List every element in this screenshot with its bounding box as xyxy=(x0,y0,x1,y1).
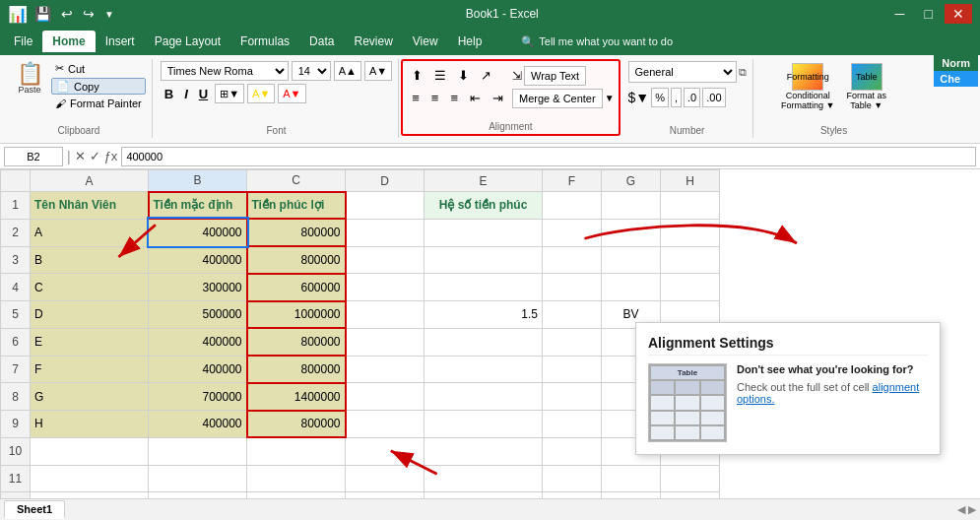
cell-B7[interactable]: 400000 xyxy=(149,356,247,383)
cell-H4[interactable] xyxy=(661,274,720,301)
cell-F5[interactable] xyxy=(543,301,602,329)
border-button[interactable]: ⊞▼ xyxy=(215,84,244,103)
popup-link[interactable]: alignment options. xyxy=(737,381,919,405)
cell-H1[interactable] xyxy=(661,192,720,220)
col-header-G[interactable]: G xyxy=(602,170,661,192)
col-header-A[interactable]: A xyxy=(31,170,149,192)
font-increase-button[interactable]: A▲ xyxy=(334,61,361,81)
number-format-select[interactable]: General xyxy=(628,61,737,83)
cancel-formula-icon[interactable]: ✕ xyxy=(75,149,86,163)
wrap-text-button[interactable]: Wrap Text xyxy=(524,66,586,86)
cell-D1[interactable] xyxy=(346,192,425,220)
col-header-B[interactable]: B xyxy=(149,170,247,192)
decrease-decimal-button[interactable]: .00 xyxy=(702,88,725,107)
merge-center-button[interactable]: Merge & Center xyxy=(512,89,603,108)
cell-F1[interactable] xyxy=(543,192,602,220)
cell-reference-input[interactable]: B2 xyxy=(4,147,63,166)
cell-A7[interactable]: F xyxy=(31,356,149,383)
align-middle-button[interactable]: ☰ xyxy=(429,65,451,86)
cell-A8[interactable]: G xyxy=(31,383,149,411)
cell-B2[interactable]: 400000 xyxy=(149,219,247,246)
font-name-select[interactable]: Times New Roma xyxy=(161,61,289,81)
row-header-11[interactable]: 11 xyxy=(1,465,31,492)
menu-view[interactable]: View xyxy=(403,31,448,52)
cell-E1[interactable]: Hệ số tiền phúc xyxy=(425,192,543,220)
cell-C8[interactable]: 1400000 xyxy=(247,383,346,411)
menu-page-layout[interactable]: Page Layout xyxy=(145,31,230,52)
menu-review[interactable]: Review xyxy=(344,31,402,52)
maximize-button[interactable]: □ xyxy=(917,4,941,24)
cell-B6[interactable]: 400000 xyxy=(149,328,247,356)
col-header-D[interactable]: D xyxy=(346,170,425,192)
cell-F11[interactable] xyxy=(543,465,602,492)
cell-D8[interactable] xyxy=(346,383,425,411)
indent-increase-button[interactable]: ⇥ xyxy=(488,88,508,108)
percent-button[interactable]: % xyxy=(651,88,669,107)
cell-B3[interactable]: 400000 xyxy=(149,246,247,274)
col-header-C[interactable]: C xyxy=(247,170,346,192)
cell-G1[interactable] xyxy=(602,192,661,220)
menu-search[interactable]: 🔍 Tell me what you want to do xyxy=(511,32,683,52)
cell-F6[interactable] xyxy=(543,328,602,356)
text-direction-button[interactable]: ↗ xyxy=(476,65,496,86)
cell-E7[interactable] xyxy=(425,356,543,383)
cell-H3[interactable] xyxy=(661,246,720,274)
cell-E2[interactable] xyxy=(425,219,543,246)
cell-E10[interactable] xyxy=(425,437,543,465)
cell-E5[interactable]: 1.5 xyxy=(425,301,543,329)
cell-D2[interactable] xyxy=(346,219,425,246)
align-left-button[interactable]: ≡ xyxy=(407,88,425,108)
cell-C7[interactable]: 800000 xyxy=(247,356,346,383)
row-header-6[interactable]: 6 xyxy=(1,328,31,356)
cell-B5[interactable]: 500000 xyxy=(149,301,247,329)
cell-D9[interactable] xyxy=(346,411,425,438)
merge-dropdown-icon[interactable]: ▼ xyxy=(605,93,615,103)
cell-D6[interactable] xyxy=(346,328,425,356)
cell-C11[interactable] xyxy=(247,465,346,492)
cell-A11[interactable] xyxy=(31,465,149,492)
cell-F9[interactable] xyxy=(543,411,602,438)
customize-icon[interactable]: ▼ xyxy=(101,7,117,22)
cell-B10[interactable] xyxy=(149,437,247,465)
cell-B1[interactable]: Tiền mặc định xyxy=(149,192,247,220)
menu-file[interactable]: File xyxy=(4,31,42,52)
row-header-8[interactable]: 8 xyxy=(1,383,31,411)
cell-E4[interactable] xyxy=(425,274,543,301)
align-center-button[interactable]: ≡ xyxy=(426,88,444,108)
menu-insert[interactable]: Insert xyxy=(96,31,145,52)
menu-data[interactable]: Data xyxy=(299,31,344,52)
confirm-formula-icon[interactable]: ✓ xyxy=(90,149,100,163)
undo-icon[interactable]: ↩ xyxy=(58,4,76,24)
save-icon[interactable]: 💾 xyxy=(32,4,54,24)
row-header-9[interactable]: 9 xyxy=(1,411,31,438)
menu-formulas[interactable]: Formulas xyxy=(230,31,299,52)
cell-A3[interactable]: B xyxy=(31,246,149,274)
cell-A4[interactable]: C xyxy=(31,274,149,301)
cell-E3[interactable] xyxy=(425,246,543,274)
cell-C6[interactable]: 800000 xyxy=(247,328,346,356)
menu-home[interactable]: Home xyxy=(42,31,95,52)
insert-function-icon[interactable]: ƒx xyxy=(104,149,118,163)
cell-D7[interactable] xyxy=(346,356,425,383)
comma-button[interactable]: , xyxy=(671,88,682,107)
cell-F2[interactable] xyxy=(543,219,602,246)
row-header-5[interactable]: 5 xyxy=(1,301,31,329)
menu-help[interactable]: Help xyxy=(448,31,492,52)
conditional-formatting-button[interactable]: Formatting ConditionalFormatting ▼ xyxy=(777,61,838,112)
col-header-E[interactable]: E xyxy=(425,170,543,192)
cell-C3[interactable]: 800000 xyxy=(247,246,346,274)
cell-F3[interactable] xyxy=(543,246,602,274)
redo-icon[interactable]: ↪ xyxy=(80,4,98,24)
row-header-2[interactable]: 2 xyxy=(1,219,31,246)
cell-C4[interactable]: 600000 xyxy=(247,274,346,301)
font-color-button[interactable]: A▼ xyxy=(278,84,305,103)
minimize-button[interactable]: ─ xyxy=(887,4,913,24)
row-header-4[interactable]: 4 xyxy=(1,274,31,301)
cell-B4[interactable]: 300000 xyxy=(149,274,247,301)
bold-button[interactable]: B xyxy=(161,84,177,103)
cell-E11[interactable] xyxy=(425,465,543,492)
cell-D4[interactable] xyxy=(346,274,425,301)
row-header-10[interactable]: 10 xyxy=(1,437,31,465)
accounting-icon[interactable]: $▼ xyxy=(628,90,650,105)
cell-A5[interactable]: D xyxy=(31,301,149,329)
